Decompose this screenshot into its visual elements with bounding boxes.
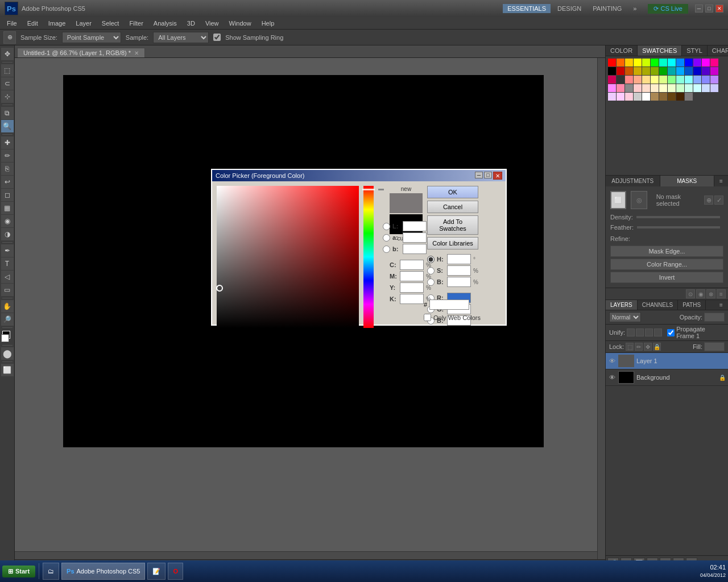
foreground-color[interactable] — [1, 331, 14, 343]
invert-button[interactable]: Invert — [610, 272, 723, 283]
swatch-pink[interactable] — [710, 59, 718, 66]
swatch-dark-brown[interactable] — [676, 93, 684, 101]
sample-select[interactable]: All Layers Current Layer — [153, 32, 209, 43]
layer-visibility-layer1[interactable]: 👁 — [608, 357, 616, 365]
dodge-tool[interactable]: ◑ — [1, 228, 14, 240]
unify-style-btn[interactable] — [645, 329, 653, 336]
swatch-brown3[interactable] — [668, 93, 676, 101]
a-input[interactable]: 2 — [403, 232, 427, 243]
menu-image[interactable]: Image — [44, 19, 71, 28]
workspace-painting[interactable]: PAINTING — [588, 4, 626, 13]
layer-visibility-background[interactable]: 👁 — [608, 373, 616, 381]
swatch-sky-blue[interactable] — [676, 67, 684, 75]
swatch-pale-cyan[interactable] — [693, 84, 701, 92]
start-button[interactable]: ⊞ Start — [2, 566, 35, 577]
menu-window[interactable]: Window — [225, 19, 256, 28]
l-input[interactable]: 50 — [403, 221, 427, 231]
swatch-pale-yellow3[interactable] — [659, 84, 667, 92]
workspace-essentials[interactable]: ESSENTIALS — [503, 4, 551, 13]
tab-adjustments[interactable]: ADJUSTMENTS — [606, 176, 660, 186]
swatch-teal[interactable] — [668, 67, 676, 75]
close-button[interactable]: ✕ — [715, 5, 723, 13]
layer-item-background[interactable]: 👁 Background 🔒 — [606, 369, 728, 386]
taskbar-opera[interactable]: O — [168, 563, 183, 580]
swatch-blue-cyan[interactable] — [676, 59, 684, 66]
m-input[interactable]: 47 — [400, 271, 424, 281]
load-selection-btn[interactable]: ⊕ — [704, 196, 713, 205]
swatch-yellow-green[interactable] — [642, 59, 650, 66]
tab-channels[interactable]: CHANNELS — [638, 300, 678, 310]
marquee-tool[interactable]: ⬚ — [1, 64, 14, 77]
color-gradient-picker[interactable] — [217, 186, 359, 328]
menu-view[interactable]: View — [201, 19, 224, 28]
swatch-light-green-yellow[interactable] — [659, 76, 667, 84]
swatch-pale-yellow[interactable] — [651, 76, 659, 84]
swatch-dark-gray[interactable] — [617, 76, 624, 84]
tab-char[interactable]: CHAR — [708, 45, 728, 56]
mask-vector-btn[interactable]: ◎ — [631, 191, 647, 209]
swatch-magenta[interactable] — [702, 59, 710, 66]
swatch-pale-magenta[interactable] — [617, 93, 624, 101]
tab-swatches[interactable]: SWATCHES — [638, 45, 682, 56]
cpd-close[interactable]: ✕ — [493, 172, 502, 180]
menu-help[interactable]: Help — [257, 19, 279, 28]
canvas-scrollbar-horizontal[interactable] — [15, 551, 597, 559]
y-input[interactable]: 46 — [400, 282, 424, 293]
swatch-blue[interactable] — [685, 59, 693, 66]
swatch-white[interactable] — [642, 93, 650, 101]
tab-color[interactable]: COLOR — [606, 45, 638, 56]
move-tool[interactable]: ✥ — [1, 48, 14, 60]
show-sampling-ring-checkbox[interactable] — [213, 34, 221, 41]
text-tool[interactable]: T — [1, 257, 14, 270]
swatch-dark-violet[interactable] — [702, 67, 710, 75]
menu-layer[interactable]: Layer — [71, 19, 96, 28]
magic-wand-tool[interactable]: ⊹ — [1, 90, 14, 103]
workspace-more[interactable]: » — [628, 4, 641, 13]
mask-icon4[interactable]: ≡ — [717, 289, 726, 298]
cancel-button[interactable]: Cancel — [427, 201, 478, 213]
menu-analysis[interactable]: Analysis — [149, 19, 181, 28]
swatch-light-cyan[interactable] — [685, 76, 693, 84]
crop-tool[interactable]: ⧉ — [1, 107, 14, 119]
workspace-design[interactable]: DESIGN — [553, 4, 586, 13]
swatch-pale-red[interactable] — [634, 84, 642, 92]
swatch-pale-blue[interactable] — [702, 84, 710, 92]
swatch-light-yellow[interactable] — [642, 76, 650, 84]
gradient-tool[interactable]: ▦ — [1, 202, 14, 214]
color-range-button[interactable]: Color Range... — [610, 259, 723, 270]
cs-live-label[interactable]: CS Live — [660, 5, 682, 12]
menu-edit[interactable]: Edit — [23, 19, 43, 28]
minimize-button[interactable]: ─ — [695, 5, 703, 13]
swatch-dark-magenta[interactable] — [710, 67, 718, 75]
hue-slider[interactable] — [363, 186, 374, 328]
lasso-tool[interactable]: ⊂ — [1, 77, 14, 90]
mask-icon2[interactable]: ◉ — [696, 289, 705, 298]
brush-tool[interactable]: ✏ — [1, 149, 14, 162]
swatch-red[interactable] — [608, 59, 616, 66]
swatch-light-gray[interactable] — [634, 93, 642, 101]
taskbar-explorer[interactable]: 🗂 — [43, 563, 59, 580]
swatch-cyan[interactable] — [668, 59, 676, 66]
path-tool[interactable]: ◁ — [1, 271, 14, 283]
density-slider[interactable] — [636, 216, 720, 218]
swatch-dark-pink[interactable] — [608, 76, 616, 84]
swatch-yellow[interactable] — [634, 59, 642, 66]
cpd-maximize[interactable]: □ — [484, 172, 492, 178]
mask-icon3[interactable]: ⊗ — [706, 289, 715, 298]
swatch-current-color[interactable] — [685, 93, 693, 101]
swatch-light-pink[interactable] — [617, 84, 624, 92]
swatch-cyan-green[interactable] — [659, 59, 667, 66]
close-tab-icon[interactable]: ✕ — [134, 50, 139, 56]
swatch-light-red[interactable] — [625, 76, 633, 84]
swatch-pale-teal[interactable] — [685, 84, 693, 92]
canvas-scrollbar-vertical[interactable] — [597, 58, 605, 559]
pen-tool[interactable]: ✒ — [1, 244, 14, 257]
maximize-button[interactable]: □ — [705, 5, 713, 13]
swatch-light-lavender[interactable] — [608, 93, 616, 101]
hand-tool[interactable]: ✋ — [1, 300, 14, 313]
swatch-pale-green-yellow[interactable] — [668, 84, 676, 92]
tab-styles[interactable]: STYL — [682, 45, 708, 56]
adj-panel-menu[interactable]: ≡ — [717, 177, 726, 186]
swatch-olive[interactable] — [642, 67, 650, 75]
mask-icon1[interactable]: ⊙ — [686, 289, 695, 298]
